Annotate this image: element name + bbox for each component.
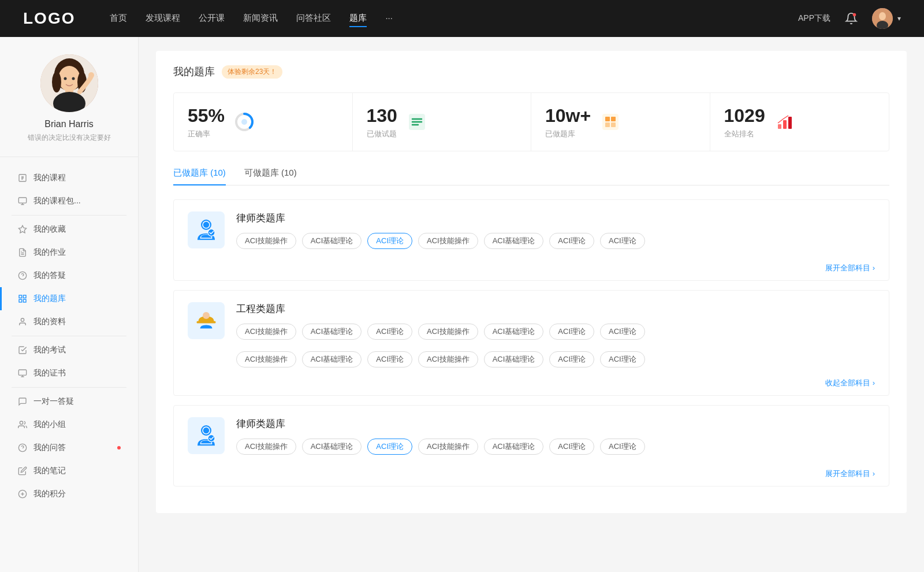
tag-item[interactable]: ACI技能操作 [418,324,478,340]
homework-icon [17,247,28,258]
sidebar-item-my-favorites[interactable]: 我的收藏 [0,218,138,241]
sidebar-item-my-notes[interactable]: 我的笔记 [0,459,138,482]
tag-item[interactable]: ACI技能操作 [236,351,296,367]
svg-point-7 [52,72,61,92]
sidebar-item-my-points[interactable]: 我的积分 [0,482,138,506]
profile-tagline: 错误的决定比没有决定要好 [28,133,111,143]
qbank-law2-footer: 展开全部科目 › [174,466,889,486]
tag-item[interactable]: ACI基础理论 [302,233,362,249]
svg-rect-40 [602,114,619,130]
bar-chart-icon [774,112,795,132]
qbank-law2-tags: ACI技能操作 ACI基础理论 ACI理论 ACI技能操作 ACI基础理论 AC… [236,439,875,455]
nav-qa[interactable]: 问答社区 [296,10,331,27]
tab-done-banks[interactable]: 已做题库 (10) [173,168,226,185]
expand-link-2[interactable]: 展开全部科目 › [825,469,875,479]
sidebar-item-my-questions[interactable]: 我的答疑 [0,264,138,287]
app-download-link[interactable]: APP下载 [798,13,830,24]
tag-item[interactable]: ACI技能操作 [418,233,478,249]
tag-item[interactable]: ACI理论 [600,233,645,249]
stat-done-banks-value: 10w+ [545,105,591,127]
tag-item-active[interactable]: ACI理论 [367,439,412,455]
tag-item[interactable]: ACI理论 [600,324,645,340]
tag-item[interactable]: ACI技能操作 [236,233,296,249]
qbank-card-law-header: 律师类题库 ACI技能操作 ACI基础理论 ACI理论 ACI技能操作 ACI基… [174,200,889,261]
nav-discover[interactable]: 发现课程 [146,10,180,27]
sidebar-item-one-on-one[interactable]: 一对一答疑 [0,390,138,413]
qbank-engineering-tags-row1: ACI技能操作 ACI基础理论 ACI理论 ACI技能操作 ACI基础理论 AC… [236,324,875,340]
notification-bell[interactable] [842,9,860,28]
stat-accuracy: 55% 正确率 [174,93,353,151]
tag-item[interactable]: ACI理论 [367,351,412,367]
tag-item[interactable]: ACI理论 [600,439,645,455]
profile-avatar-image [40,54,98,112]
divider-2 [12,336,126,336]
qbank-card-engineering-header: 工程类题库 ACI技能操作 ACI基础理论 ACI理论 ACI技能操作 ACI基… [174,291,889,351]
content-inner: 我的题库 体验剩余23天！ 55% 正确率 [156,51,907,513]
sidebar-item-my-exam[interactable]: 我的考试 [0,339,138,362]
logo[interactable]: LOGO [23,9,75,28]
tag-item[interactable]: ACI基础理论 [484,439,544,455]
tag-item[interactable]: ACI技能操作 [236,324,296,340]
qbank-engineering-tags-row2: ACI技能操作 ACI基础理论 ACI理论 ACI技能操作 ACI基础理论 AC… [174,351,889,376]
svg-point-2 [879,12,886,20]
grid-icon [600,112,621,132]
stat-ranking-text: 1029 全站排名 [724,105,765,139]
sidebar-item-my-homework[interactable]: 我的作业 [0,241,138,264]
navbar-right: APP下载 ▾ [798,8,901,29]
tag-item[interactable]: ACI基础理论 [302,351,362,367]
tag-item[interactable]: ACI基础理论 [484,324,544,340]
stat-accuracy-value: 55% [188,105,225,127]
sidebar-item-my-course[interactable]: 我的课程 [0,166,138,190]
tag-item[interactable]: ACI理论 [549,439,594,455]
accuracy-icon [234,112,255,132]
svg-rect-23 [23,299,26,302]
nav-home[interactable]: 首页 [110,10,127,27]
stat-accuracy-label: 正确率 [188,129,225,139]
tag-item-active[interactable]: ACI理论 [367,233,412,249]
sidebar-item-my-answers[interactable]: 我的问答 [0,436,138,459]
user-avatar-wrap[interactable]: ▾ [872,8,901,29]
tag-item[interactable]: ACI基础理论 [484,351,544,367]
svg-point-6 [58,66,80,91]
nav-news[interactable]: 新闻资讯 [243,10,278,27]
hardhat-icon [192,307,220,335]
tag-item[interactable]: ACI技能操作 [418,439,478,455]
tag-item[interactable]: ACI技能操作 [418,351,478,367]
tag-item[interactable]: ACI理论 [549,233,594,249]
lawyer2-icon [192,422,220,450]
svg-point-51 [208,229,215,236]
profile-section: Brian Harris 错误的决定比没有决定要好 [0,54,138,157]
tag-item[interactable]: ACI基础理论 [484,233,544,249]
nav-qbank[interactable]: 题库 [349,10,367,27]
expand-link[interactable]: 展开全部科目 › [825,263,875,273]
svg-rect-45 [778,124,781,129]
tag-item[interactable]: ACI技能操作 [236,439,296,455]
tag-item[interactable]: ACI理论 [549,351,594,367]
collapse-link[interactable]: 收起全部科目 › [825,378,875,388]
tag-item[interactable]: ACI理论 [600,351,645,367]
sidebar-item-my-qbank[interactable]: 我的题库 [0,287,138,310]
tag-item[interactable]: ACI理论 [367,324,412,340]
sidebar-item-my-cert[interactable]: 我的证书 [0,362,138,385]
sidebar-item-my-profile[interactable]: 我的资料 [0,310,138,333]
svg-rect-52 [197,321,216,324]
nav-open-course[interactable]: 公开课 [199,10,225,27]
sidebar-item-my-group[interactable]: 我的小组 [0,413,138,436]
nav-more[interactable]: ··· [385,10,393,27]
main-content: 我的题库 体验剩余23天！ 55% 正确率 [139,37,924,572]
stat-done-banks: 10w+ 已做题库 [531,93,710,151]
svg-rect-15 [18,198,26,203]
tag-item[interactable]: ACI理论 [549,324,594,340]
group-icon [17,419,28,430]
tag-item[interactable]: ACI基础理论 [302,324,362,340]
sidebar-item-my-course-pkg[interactable]: 我的课程包... [0,190,138,213]
cert-icon [17,368,28,378]
notes-icon [17,466,28,476]
tab-available-banks[interactable]: 可做题库 (10) [244,168,297,185]
stat-ranking: 1029 全站排名 [710,93,889,151]
stat-accuracy-text: 55% 正确率 [188,105,225,139]
tag-item[interactable]: ACI基础理论 [302,439,362,455]
qbank-card-law2: 律师类题库 ACI技能操作 ACI基础理论 ACI理论 ACI技能操作 ACI基… [173,405,889,486]
avatar-image [872,8,893,29]
svg-point-57 [203,428,210,434]
